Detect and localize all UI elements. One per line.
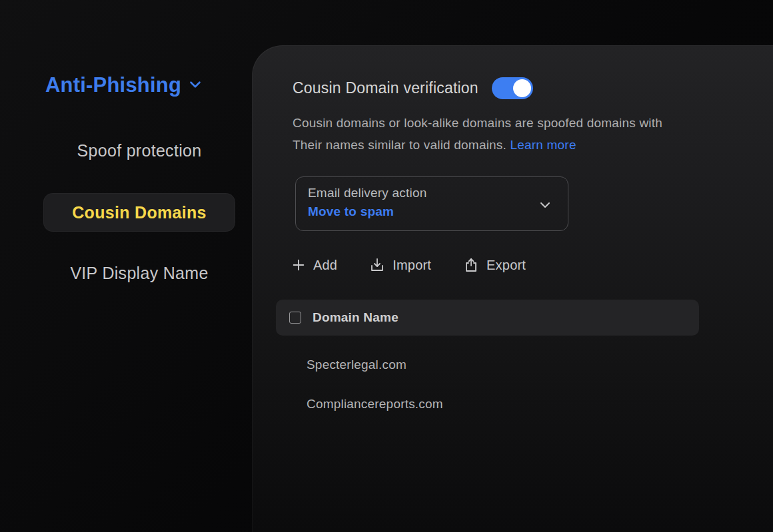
domain-name-cell: Compliancereports.com xyxy=(307,397,443,411)
page-title: Cousin Domain verification xyxy=(293,79,478,97)
toolbar: Add Import Export xyxy=(291,257,526,273)
sidebar-item-label: Cousin Domains xyxy=(72,203,206,222)
table-row[interactable]: Specterlegal.com xyxy=(307,355,680,375)
domain-name-cell: Specterlegal.com xyxy=(307,358,406,372)
description-text: Cousin domains or look-alike domains are… xyxy=(293,112,719,156)
learn-more-link[interactable]: Learn more xyxy=(510,138,576,152)
table-row[interactable]: Compliancereports.com xyxy=(307,394,680,414)
import-icon xyxy=(369,257,385,273)
description-line-1: Cousin domains or look-alike domains are… xyxy=(293,116,662,130)
chevron-down-icon xyxy=(187,72,204,99)
column-header-domain-name: Domain Name xyxy=(313,310,398,325)
export-icon xyxy=(463,257,479,273)
import-button-label: Import xyxy=(392,258,431,273)
chevron-down-icon xyxy=(537,197,553,216)
import-button[interactable]: Import xyxy=(369,257,431,273)
anti-phishing-sidebar: Anti-Phishing Spoof protection Cousin Do… xyxy=(0,0,252,532)
description-line-2: Their names similar to valid domains. xyxy=(293,138,506,152)
dropdown-label: Email delivery action xyxy=(308,186,554,200)
add-button-label: Add xyxy=(313,258,337,273)
select-all-checkbox[interactable] xyxy=(289,312,301,324)
sidebar-item-cousin-domains[interactable]: Cousin Domains xyxy=(43,193,235,232)
cousin-domains-panel: Cousin Domain verification Cousin domain… xyxy=(252,45,773,532)
toggle-knob xyxy=(513,79,531,97)
add-button[interactable]: Add xyxy=(291,258,337,273)
plus-icon xyxy=(291,258,306,272)
sidebar-item-label: VIP Display Name xyxy=(70,264,208,283)
sidebar-title-label: Anti-Phishing xyxy=(45,73,181,97)
panel-header: Cousin Domain verification xyxy=(293,77,533,99)
email-delivery-action-dropdown[interactable]: Email delivery action Move to spam xyxy=(295,176,568,231)
export-button[interactable]: Export xyxy=(463,257,526,273)
dropdown-selected-value: Move to spam xyxy=(308,204,554,219)
export-button-label: Export xyxy=(486,258,526,273)
sidebar-title-anti-phishing[interactable]: Anti-Phishing xyxy=(45,72,204,99)
sidebar-item-vip-display-name[interactable]: VIP Display Name xyxy=(43,254,235,292)
sidebar-item-spoof-protection[interactable]: Spoof protection xyxy=(43,131,235,170)
sidebar-item-label: Spoof protection xyxy=(77,141,202,160)
cousin-domain-verification-toggle[interactable] xyxy=(492,77,533,99)
domain-table-header: Domain Name xyxy=(276,300,699,336)
